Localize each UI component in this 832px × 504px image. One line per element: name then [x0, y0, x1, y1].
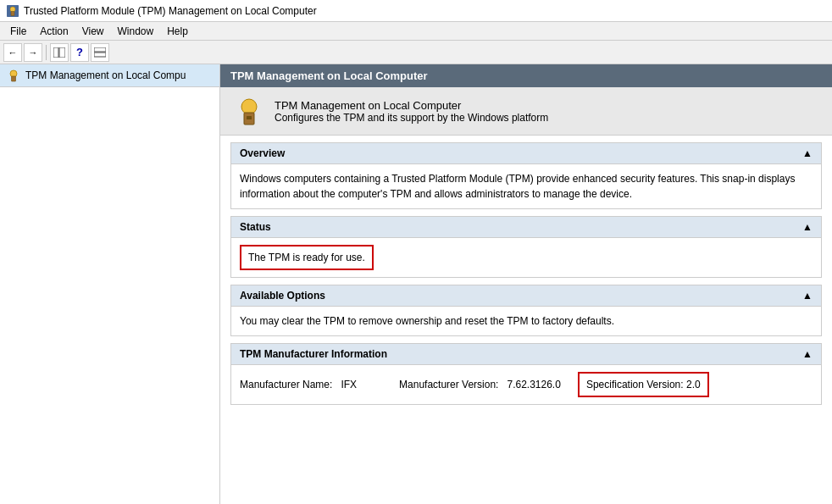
section-manufacturer-body: Manufacturer Name: IFX Manufacturer Vers…: [231, 365, 821, 404]
section-options-collapse[interactable]: ▲: [802, 290, 813, 302]
section-manufacturer-title: TPM Manufacturer Information: [240, 348, 387, 360]
app-info-subtitle: Configures the TPM and its support by th…: [275, 112, 548, 124]
status-message: The TPM is ready for use.: [240, 245, 374, 270]
section-status-title: Status: [240, 221, 271, 233]
section-options-title: Available Options: [240, 290, 325, 302]
manufacturer-row: Manufacturer Name: IFX Manufacturer Vers…: [240, 372, 813, 397]
sidebar-item-label: TPM Management on Local Compu: [25, 69, 186, 81]
content-area: TPM Management on Local Computer TPM Man…: [220, 64, 832, 504]
svg-rect-5: [94, 47, 106, 52]
app-info-text: TPM Management on Local Computer Configu…: [275, 99, 548, 124]
section-overview: Overview ▲ Windows computers containing …: [230, 142, 822, 209]
svg-rect-2: [11, 11, 14, 15]
tpm-icon: [7, 69, 20, 82]
menu-action[interactable]: Action: [33, 24, 75, 39]
section-options-body: You may clear the TPM to remove ownershi…: [231, 307, 821, 335]
app-icon: [234, 96, 264, 126]
back-button[interactable]: ←: [3, 43, 22, 62]
menu-bar: File Action View Window Help: [0, 22, 832, 41]
spec-version-label: Specification Version:: [586, 379, 684, 390]
sidebar: TPM Management on Local Compu: [0, 64, 220, 504]
svg-rect-11: [247, 116, 252, 119]
manufacturer-version-label: Manufacturer Version:: [399, 377, 498, 392]
title-bar-icon: [7, 5, 19, 17]
section-overview-collapse[interactable]: ▲: [802, 147, 813, 159]
section-status: Status ▲ The TPM is ready for use.: [230, 216, 822, 278]
manufacturer-version-value: 7.62.3126.0: [507, 377, 560, 392]
section-options-header[interactable]: Available Options ▲: [231, 285, 821, 307]
toolbar: ← → ?: [0, 41, 832, 64]
section-overview-header[interactable]: Overview ▲: [231, 143, 821, 164]
spec-version-box: Specification Version: 2.0: [578, 372, 709, 397]
title-bar-text: Trusted Platform Module (TPM) Management…: [24, 5, 317, 17]
app-info-title: TPM Management on Local Computer: [275, 99, 548, 112]
menu-file[interactable]: File: [3, 24, 33, 39]
content-header: TPM Management on Local Computer: [220, 64, 832, 87]
title-bar: Trusted Platform Module (TPM) Management…: [0, 0, 832, 22]
manufacturer-name-value: IFX: [341, 377, 357, 392]
svg-point-1: [10, 7, 15, 12]
section-manufacturer-header[interactable]: TPM Manufacturer Information ▲: [231, 344, 821, 365]
section-status-header[interactable]: Status ▲: [231, 217, 821, 238]
svg-rect-3: [53, 47, 58, 58]
main-layout: TPM Management on Local Compu TPM Manage…: [0, 64, 832, 504]
section-overview-title: Overview: [240, 147, 285, 159]
svg-rect-8: [12, 76, 16, 81]
menu-window[interactable]: Window: [111, 24, 161, 39]
spec-version-value: 2.0: [686, 379, 701, 390]
toolbar-separator: [46, 45, 47, 60]
section-status-collapse[interactable]: ▲: [802, 221, 813, 233]
section-status-body: The TPM is ready for use.: [231, 238, 821, 277]
svg-rect-4: [59, 47, 65, 58]
svg-rect-6: [94, 53, 106, 57]
view-button[interactable]: [91, 43, 109, 62]
app-info: TPM Management on Local Computer Configu…: [220, 87, 832, 136]
help-button[interactable]: ?: [70, 43, 89, 62]
manufacturer-name-label: Manufacturer Name:: [240, 377, 332, 392]
show-hide-button[interactable]: [50, 43, 69, 62]
section-manufacturer-collapse[interactable]: ▲: [802, 348, 813, 360]
section-overview-body: Windows computers containing a Trusted P…: [231, 164, 821, 208]
forward-button[interactable]: →: [24, 43, 42, 62]
svg-point-9: [241, 99, 257, 114]
sidebar-item-tpm[interactable]: TPM Management on Local Compu: [0, 64, 219, 87]
menu-help[interactable]: Help: [160, 24, 195, 39]
section-options: Available Options ▲ You may clear the TP…: [230, 285, 822, 336]
menu-view[interactable]: View: [75, 24, 111, 39]
section-manufacturer: TPM Manufacturer Information ▲ Manufactu…: [230, 343, 822, 405]
